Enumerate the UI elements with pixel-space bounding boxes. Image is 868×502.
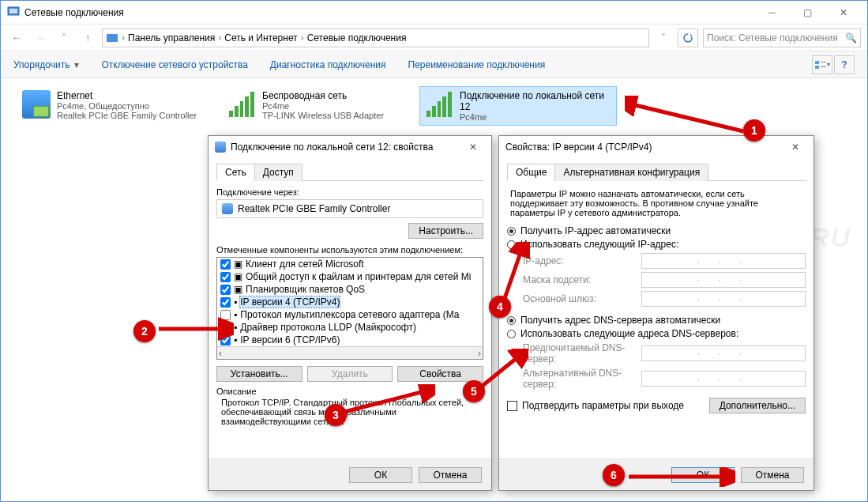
list-item: ▣Планировщик пакетов QoS xyxy=(217,283,483,296)
tabstrip: Сеть Доступ xyxy=(216,163,483,181)
close-button[interactable]: ✕ xyxy=(783,142,807,153)
connection-status: Pc4me, Общедоступно xyxy=(57,101,197,111)
connection-status: Pc4me xyxy=(460,112,611,122)
close-button[interactable]: ✕ xyxy=(825,2,861,24)
nav-recent-button[interactable]: ˅ xyxy=(54,28,73,47)
minimize-button[interactable]: ─ xyxy=(754,2,790,24)
command-bar: Упорядочить ▾ Отключение сетевого устрой… xyxy=(1,51,867,78)
cmd-diagnose[interactable]: Диагностика подключения xyxy=(270,59,386,70)
titlebar: Сетевые подключения ─ ▢ ✕ xyxy=(1,1,867,25)
tab-alt-config[interactable]: Альтернативная конфигурация xyxy=(554,164,708,181)
checkbox[interactable] xyxy=(220,310,231,320)
dns-alt-label: Альтернативный DNS-сервер: xyxy=(523,368,641,390)
tabstrip: Общие Альтернативная конфигурация xyxy=(507,163,806,181)
annotation-marker-1: 1 xyxy=(743,119,765,142)
checkbox[interactable] xyxy=(220,272,231,282)
components-label: Отмеченные компоненты используются этим … xyxy=(216,245,483,255)
nav-back-button[interactable]: ← xyxy=(7,28,26,47)
annotation-marker-6: 6 xyxy=(603,464,625,486)
svg-rect-2 xyxy=(107,34,118,42)
dns-alt-input: . . . xyxy=(641,371,806,387)
cancel-button[interactable]: Отмена xyxy=(419,467,482,483)
connection-lan12[interactable]: Подключение по локальной сети 12 Pc4me xyxy=(419,86,617,126)
connection-status: Pc4me xyxy=(262,101,384,111)
svg-rect-6 xyxy=(821,66,826,67)
chevron-down-icon: ▾ xyxy=(74,59,79,70)
install-button[interactable]: Установить... xyxy=(216,366,302,382)
connection-ethernet[interactable]: Ethernet Pc4me, Общедоступно Realtek PCI… xyxy=(17,86,214,124)
radio-ip-auto[interactable]: Получить IP-адрес автоматически xyxy=(507,225,806,236)
ok-button[interactable]: ОК xyxy=(671,467,735,483)
tab-general[interactable]: Общие xyxy=(507,164,555,181)
subnet-mask-label: Маска подсети: xyxy=(523,274,641,285)
breadcrumb[interactable]: › Панель управления › Сеть и Интернет › … xyxy=(102,28,649,47)
dns-preferred-label: Предпочитаемый DNS-сервер: xyxy=(523,342,641,364)
cancel-button[interactable]: Отмена xyxy=(741,467,804,483)
checkbox[interactable] xyxy=(220,335,231,345)
help-button[interactable]: ? xyxy=(834,55,855,74)
list-item: ▣Клиент для сетей Microsoft xyxy=(217,258,483,270)
gateway-label: Основной шлюз: xyxy=(523,293,641,304)
network-wired-icon xyxy=(22,90,51,120)
ok-button[interactable]: ОК xyxy=(349,467,412,483)
connect-using-label: Подключение через: xyxy=(216,187,483,197)
configure-button[interactable]: Настроить... xyxy=(408,223,483,239)
chevron-right-icon: › xyxy=(301,32,304,43)
svg-rect-3 xyxy=(815,61,819,64)
cmd-organize[interactable]: Упорядочить xyxy=(13,59,70,70)
connection-wifi[interactable]: Беспроводная сеть Pc4me TP-LINK Wireless… xyxy=(222,86,411,124)
crumb-network-connections[interactable]: Сетевые подключения xyxy=(307,32,407,43)
tab-sharing[interactable]: Доступ xyxy=(254,164,302,181)
connection-name: Беспроводная сеть xyxy=(262,90,384,101)
scrollbar-horizontal[interactable]: ‹› xyxy=(217,346,483,359)
radio-dns-manual[interactable]: Использовать следующие адреса DNS-сервер… xyxy=(507,328,806,339)
checkbox[interactable] xyxy=(220,323,231,333)
chevron-right-icon: › xyxy=(122,32,125,43)
search-input[interactable]: Поиск: Сетевые подключения 🔍 xyxy=(703,28,861,47)
refresh-button[interactable] xyxy=(678,28,698,47)
connection-name: Ethernet xyxy=(57,90,197,101)
nav-forward-button[interactable]: → xyxy=(31,28,50,47)
validate-checkbox[interactable] xyxy=(507,401,517,411)
dialog-footer: ОК Отмена xyxy=(209,459,491,490)
checkbox[interactable] xyxy=(220,297,231,308)
network-wifi-icon xyxy=(227,90,256,120)
properties-button[interactable]: Свойства xyxy=(397,366,483,382)
nav-up-button[interactable]: ↑ xyxy=(78,28,97,47)
list-item: ▪Протокол мультиплексора сетевого адапте… xyxy=(217,308,483,321)
network-wifi-icon xyxy=(425,90,453,122)
checkbox[interactable] xyxy=(220,259,231,270)
ipv4-intro-text: Параметры IP можно назначать автоматичес… xyxy=(507,189,806,217)
crumb-control-panel[interactable]: Панель управления xyxy=(128,32,215,43)
maximize-button[interactable]: ▢ xyxy=(790,2,825,24)
dialog-titlebar: Подключение по локальной сети 12: свойст… xyxy=(209,136,491,158)
cmd-rename[interactable]: Переименование подключения xyxy=(408,59,546,70)
adapter-icon xyxy=(215,142,226,153)
breadcrumb-dropdown[interactable]: ˅ xyxy=(654,28,673,47)
list-item-ipv4: ▪IP версии 4 (TCP/IPv4) xyxy=(217,296,483,308)
gateway-input: . . . xyxy=(641,291,806,307)
search-icon: 🔍 xyxy=(845,32,857,43)
annotation-marker-4: 4 xyxy=(489,296,511,318)
close-button[interactable]: ✕ xyxy=(461,142,485,153)
dialog-title: Подключение по локальной сети 12: свойст… xyxy=(231,142,433,153)
advanced-button[interactable]: Дополнительно... xyxy=(709,398,806,413)
tab-network[interactable]: Сеть xyxy=(216,164,255,181)
radio-dns-auto[interactable]: Получить адрес DNS-сервера автоматически xyxy=(507,315,806,326)
cmd-disable-device[interactable]: Отключение сетевого устройства xyxy=(101,59,247,70)
checkbox[interactable] xyxy=(220,285,231,295)
connection-adapter: TP-LINK Wireless USB Adapter xyxy=(262,111,384,120)
svg-rect-4 xyxy=(815,66,819,69)
validate-label: Подтвердить параметры при выходе xyxy=(522,400,684,411)
address-bar: ← → ˅ ↑ › Панель управления › Сеть и Инт… xyxy=(1,25,867,51)
dialog-titlebar: Свойства: IP версии 4 (TCP/IPv4) ✕ xyxy=(499,136,814,158)
adapter-name: Realtek PCIe GBE Family Controller xyxy=(238,203,390,214)
radio-ip-manual[interactable]: Использовать следующий IP-адрес: xyxy=(507,239,806,250)
components-listbox[interactable]: ▣Клиент для сетей Microsoft ▣Общий досту… xyxy=(216,257,483,360)
list-item: ▪Драйвер протокола LLDP (Майкрософт) xyxy=(217,321,483,334)
dialog-title: Свойства: IP версии 4 (TCP/IPv4) xyxy=(505,142,652,153)
view-options-button[interactable]: ▾ xyxy=(812,55,832,74)
svg-rect-1 xyxy=(9,9,17,13)
crumb-network-internet[interactable]: Сеть и Интернет xyxy=(224,32,297,43)
subnet-mask-input: . . . xyxy=(641,272,806,288)
